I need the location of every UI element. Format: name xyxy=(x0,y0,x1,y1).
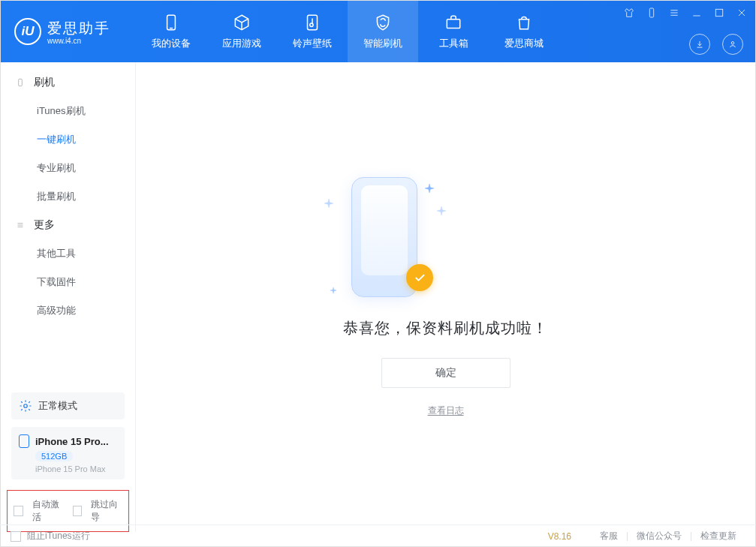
device-card[interactable]: iPhone 15 Pro... 512GB iPhone 15 Pro Max xyxy=(11,427,125,479)
sidebar-group-label: 更多 xyxy=(34,218,55,232)
nav-store[interactable]: 爱思商城 xyxy=(489,1,559,62)
download-icon[interactable] xyxy=(689,34,710,55)
mobile-icon[interactable] xyxy=(646,7,658,19)
gear-icon xyxy=(19,399,32,413)
sidebar-item-download-firmware[interactable]: 下载固件 xyxy=(1,268,135,296)
view-log-link[interactable]: 查看日志 xyxy=(343,404,548,417)
sidebar-group-flash: 刷机 xyxy=(1,68,135,97)
ok-button[interactable]: 确定 xyxy=(381,358,511,388)
check-update-link[interactable]: 检查更新 xyxy=(700,530,736,542)
checkbox-block-itunes[interactable] xyxy=(11,531,21,542)
phone-small-icon xyxy=(19,434,29,448)
sidebar: 刷机 iTunes刷机 一键刷机 专业刷机 批量刷机 更多 其他工具 下载固件 … xyxy=(1,62,136,532)
wechat-link[interactable]: 微信公众号 xyxy=(637,530,682,542)
minimize-icon[interactable] xyxy=(691,7,703,19)
more-icon xyxy=(14,219,26,231)
user-icon[interactable] xyxy=(722,34,743,55)
bag-icon xyxy=(514,13,534,32)
svg-point-3 xyxy=(310,23,313,26)
sidebar-item-pro-flash[interactable]: 专业刷机 xyxy=(1,154,135,182)
cube-icon xyxy=(232,13,251,32)
phone-icon xyxy=(161,13,181,32)
checkbox-skip-guide[interactable] xyxy=(73,506,83,516)
logo: iU 爱思助手 www.i4.cn xyxy=(1,18,136,45)
music-icon xyxy=(303,13,322,32)
nav-ringtones[interactable]: 铃声壁纸 xyxy=(277,1,348,62)
sparkle-icon xyxy=(330,284,337,291)
menu-icon[interactable] xyxy=(668,7,680,19)
sidebar-item-batch-flash[interactable]: 批量刷机 xyxy=(1,182,135,211)
device-storage-badge: 512GB xyxy=(35,451,73,461)
skip-guide-label: 跳过向导 xyxy=(91,498,122,524)
close-icon[interactable] xyxy=(736,7,748,19)
nav-label: 爱思商城 xyxy=(505,37,544,50)
nav-my-device[interactable]: 我的设备 xyxy=(136,1,206,62)
check-badge-icon xyxy=(406,264,433,291)
success-illustration xyxy=(343,177,426,305)
app-name: 爱思助手 xyxy=(47,19,110,38)
separator xyxy=(691,532,691,541)
skin-icon[interactable] xyxy=(623,7,635,19)
block-itunes-label: 阻止iTunes运行 xyxy=(27,530,90,542)
top-nav: 我的设备 应用游戏 铃声壁纸 智能刷机 工具箱 爱思商城 xyxy=(136,1,559,62)
refresh-shield-icon xyxy=(373,13,393,32)
svg-rect-14 xyxy=(19,79,23,86)
version-label: V8.16 xyxy=(548,531,571,542)
svg-rect-4 xyxy=(447,20,459,29)
header: iU 爱思助手 www.i4.cn 我的设备 应用游戏 铃声壁纸 智能刷机 工具… xyxy=(1,1,755,62)
device-model: iPhone 15 Pro Max xyxy=(35,464,117,473)
sidebar-group-more: 更多 xyxy=(1,211,135,239)
auto-activate-label: 自动激活 xyxy=(32,498,64,524)
sparkle-icon xyxy=(424,183,435,194)
nav-label: 我的设备 xyxy=(152,37,191,50)
main-panel: 恭喜您，保资料刷机成功啦！ 确定 查看日志 xyxy=(136,62,755,532)
status-card[interactable]: 正常模式 xyxy=(11,392,125,419)
nav-label: 工具箱 xyxy=(439,37,468,50)
sparkle-icon xyxy=(324,198,334,209)
briefcase-icon xyxy=(444,13,463,32)
checkbox-auto-activate[interactable] xyxy=(14,506,23,516)
status-mode: 正常模式 xyxy=(38,399,77,413)
device-name: iPhone 15 Pro... xyxy=(35,436,109,447)
svg-rect-5 xyxy=(649,8,653,17)
nav-apps[interactable]: 应用游戏 xyxy=(206,1,277,62)
nav-flash[interactable]: 智能刷机 xyxy=(348,1,418,62)
sidebar-item-oneclick-flash[interactable]: 一键刷机 xyxy=(1,125,135,154)
sidebar-item-itunes-flash[interactable]: iTunes刷机 xyxy=(1,97,135,125)
support-link[interactable]: 客服 xyxy=(600,530,618,542)
device-icon xyxy=(14,77,26,89)
footer: 阻止iTunes运行 V8.16 客服 微信公众号 检查更新 xyxy=(0,524,756,547)
svg-point-18 xyxy=(24,404,28,408)
nav-label: 智能刷机 xyxy=(363,37,402,50)
logo-icon: iU xyxy=(14,18,41,45)
success-message: 恭喜您，保资料刷机成功啦！ xyxy=(343,318,548,338)
window-controls xyxy=(623,7,748,19)
sidebar-item-advanced[interactable]: 高级功能 xyxy=(1,296,135,325)
sidebar-item-other-tools[interactable]: 其他工具 xyxy=(1,239,135,268)
svg-rect-10 xyxy=(715,9,722,16)
nav-toolbox[interactable]: 工具箱 xyxy=(418,1,489,62)
sidebar-group-label: 刷机 xyxy=(34,76,55,89)
nav-label: 应用游戏 xyxy=(222,37,261,50)
app-site: www.i4.cn xyxy=(47,37,110,45)
svg-point-13 xyxy=(731,42,734,45)
maximize-icon[interactable] xyxy=(713,7,725,19)
nav-label: 铃声壁纸 xyxy=(293,37,332,50)
sparkle-icon xyxy=(436,206,447,216)
separator xyxy=(627,532,628,541)
